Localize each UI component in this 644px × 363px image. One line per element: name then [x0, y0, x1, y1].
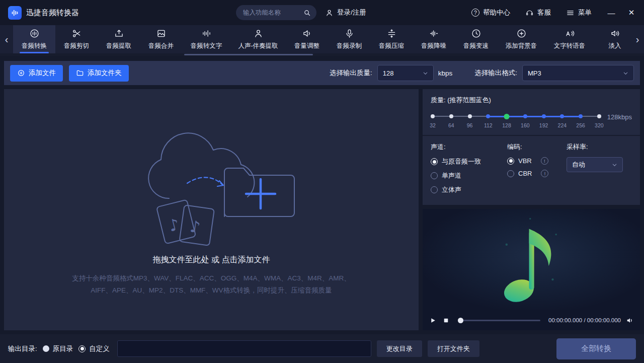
close-button[interactable]: ✕ — [627, 8, 636, 17]
tabs-scrollbar-thumb[interactable] — [184, 54, 313, 55]
quality-tick-label: 320 — [595, 122, 604, 128]
tab-audio-extract[interactable]: 音频提取 — [98, 25, 140, 53]
playback-handle[interactable] — [458, 318, 463, 323]
quality-dot-256[interactable] — [579, 114, 583, 118]
scissors-icon — [71, 28, 82, 39]
tab-noise-reduce[interactable]: 音频降噪 — [413, 25, 455, 53]
minimize-button[interactable]: — — [607, 9, 616, 17]
encoding-option-vbr[interactable]: VBR ! — [507, 157, 567, 165]
tabs-scroll-right-icon[interactable]: › — [631, 25, 644, 53]
quality-tick-label: 64 — [448, 122, 454, 128]
play-icon — [430, 317, 436, 324]
search-input[interactable] — [243, 9, 303, 16]
quality-slider-handle[interactable] — [504, 114, 510, 119]
play-button[interactable] — [429, 316, 437, 324]
tab-volume-adjust[interactable]: 音量调整 — [286, 25, 328, 53]
menu-label: 菜单 — [578, 8, 592, 17]
tab-label: 人声-伴奏提取 — [238, 42, 278, 50]
sample-rate-select[interactable]: 自动 — [567, 157, 623, 172]
add-file-button[interactable]: 添加文件 — [10, 65, 63, 82]
main-area: ♪ ♪ 拖拽文件至此处 或 点击添加文件 支持十余种音频格式MP3、WAV、FL… — [4, 89, 640, 330]
quality-slider[interactable]: 32 64 96 112 128 160 192 224 256 320 — [433, 111, 599, 132]
hamburger-icon — [566, 9, 575, 17]
output-format-label: 选择输出格式: — [474, 68, 517, 78]
speaker-icon — [302, 28, 312, 39]
menu-button[interactable]: 菜单 — [566, 8, 592, 17]
tab-add-background[interactable]: 添加背景音 — [497, 25, 545, 53]
channel-group: 声道: 与原音频一致 单声道 立体声 — [431, 142, 507, 199]
encoding-group: 编码: VBR ! CBR ! — [507, 142, 567, 199]
volume-button[interactable] — [626, 316, 634, 324]
quality-tick-label: 96 — [467, 122, 473, 128]
login-register-label: 登录/注册 — [337, 8, 366, 17]
tab-audio-merge[interactable]: 音频合并 — [140, 25, 182, 53]
quality-title: 质量: (推荐范围蓝色) — [431, 96, 632, 105]
open-folder-button[interactable]: 打开文件夹 — [428, 340, 479, 357]
radio-icon — [431, 158, 438, 165]
tab-label: 音频剪切 — [64, 42, 89, 50]
tab-vocal-separation[interactable]: 人声-伴奏提取 — [230, 25, 286, 53]
quality-tick-label: 112 — [484, 122, 493, 128]
encoding-option-cbr[interactable]: CBR ! — [507, 170, 567, 177]
kbps-unit-label: kbps — [438, 69, 453, 77]
output-quality-select[interactable]: 128 — [377, 65, 434, 81]
output-format-select[interactable]: MP3 — [522, 65, 634, 81]
quality-dot-64[interactable] — [449, 114, 453, 118]
chevron-down-icon — [423, 70, 428, 76]
quality-dot-32[interactable] — [431, 114, 435, 118]
question-icon: ? — [471, 9, 479, 17]
output-quality-value: 128 — [383, 69, 394, 77]
tab-audio-compress[interactable]: 音频压缩 — [370, 25, 413, 53]
quality-dot-96[interactable] — [468, 114, 472, 118]
tab-label: 音频变速 — [463, 42, 489, 50]
channel-option-mono[interactable]: 单声道 — [431, 171, 507, 180]
dir-option-original[interactable]: 原目录 — [43, 344, 73, 353]
quality-dot-224[interactable] — [560, 114, 564, 118]
customer-service-button[interactable]: 客服 — [525, 8, 551, 17]
dropzone-title: 拖拽文件至此处 或 点击添加文件 — [153, 255, 270, 265]
playback-progress-bar[interactable] — [458, 320, 540, 321]
app-title: 迅捷音频转换器 — [26, 8, 79, 18]
stop-button[interactable] — [442, 316, 450, 324]
change-dir-button[interactable]: 更改目录 — [377, 340, 422, 357]
tab-label: 淡入 — [609, 42, 621, 50]
denoise-icon — [429, 28, 439, 39]
vbr-info-icon[interactable]: ! — [541, 157, 548, 165]
quality-dot-320[interactable] — [597, 114, 601, 118]
titlebar: 迅捷音频转换器 登录/注册 ? 帮助中心 客服 菜单 — ✕ — [0, 0, 644, 25]
cbr-info-icon[interactable]: ! — [541, 170, 548, 177]
search-box[interactable] — [236, 5, 316, 20]
channel-option-label: 立体声 — [442, 185, 461, 194]
tab-speed-change[interactable]: 音频变速 — [455, 25, 497, 53]
music-note-art — [494, 212, 569, 308]
tts-icon — [565, 28, 575, 39]
add-circle-icon — [516, 28, 527, 39]
help-center-button[interactable]: ? 帮助中心 — [471, 8, 510, 17]
svg-text:♪: ♪ — [189, 217, 202, 237]
tab-fade[interactable]: 淡入 — [594, 25, 631, 53]
sample-rate-label: 采样率: — [567, 142, 632, 152]
app-logo-icon — [8, 6, 22, 20]
tab-label: 音频转文字 — [191, 42, 222, 50]
vocal-icon — [253, 28, 264, 39]
channel-option-stereo[interactable]: 立体声 — [431, 185, 507, 194]
headset-icon — [525, 9, 534, 17]
dir-option-custom[interactable]: 自定义 — [78, 344, 110, 353]
channel-option-original[interactable]: 与原音频一致 — [431, 157, 507, 166]
quality-dot-160[interactable] — [523, 114, 527, 118]
radio-icon — [507, 170, 514, 177]
tab-audio-convert[interactable]: 音频转换 — [13, 25, 55, 53]
tab-audio-to-text[interactable]: 音频转文字 — [182, 25, 230, 53]
tab-audio-cut[interactable]: 音频剪切 — [55, 25, 98, 53]
quality-dot-112[interactable] — [486, 114, 490, 118]
add-folder-button[interactable]: 添加文件夹 — [69, 65, 129, 82]
convert-all-button[interactable]: 全部转换 — [556, 338, 636, 359]
audio-convert-icon — [29, 28, 40, 39]
tabs-scroll-left-icon[interactable]: ‹ — [0, 25, 13, 53]
login-register-button[interactable]: 登录/注册 — [325, 8, 366, 17]
file-drop-zone[interactable]: ♪ ♪ 拖拽文件至此处 或 点击添加文件 支持十余种音频格式MP3、WAV、FL… — [4, 89, 419, 330]
tab-audio-record[interactable]: 音频录制 — [328, 25, 370, 53]
output-path-input[interactable] — [117, 340, 371, 357]
quality-dot-192[interactable] — [542, 114, 546, 118]
tab-text-to-speech[interactable]: 文字转语音 — [545, 25, 594, 53]
